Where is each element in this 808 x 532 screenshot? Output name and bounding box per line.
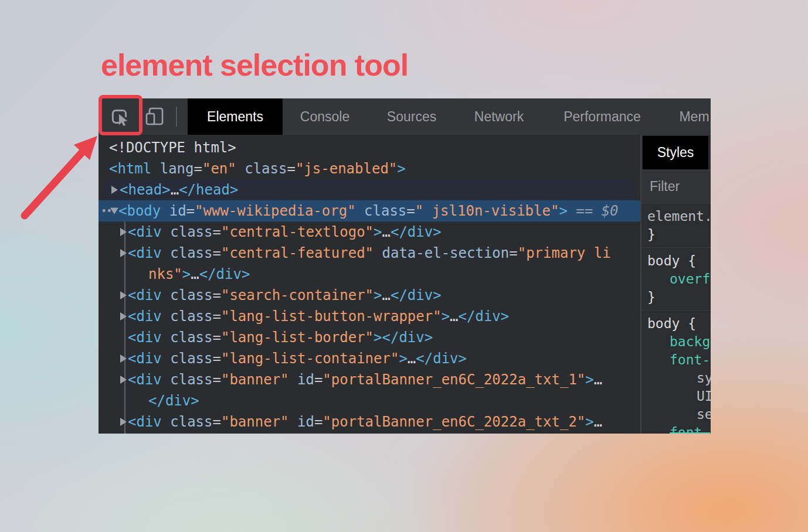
code-token: "banner" [221, 371, 289, 388]
code-token: "portalBanner_en6C_2022a_txt_2" [322, 414, 585, 430]
expand-arrow-right-icon[interactable] [120, 312, 127, 320]
tree-row[interactable]: <div class="banner" id="portalBanner_en6… [99, 411, 640, 432]
code-token: </div> [459, 308, 510, 325]
code-token [593, 203, 601, 219]
code-token [374, 245, 382, 261]
code-token: … [382, 224, 391, 240]
expand-arrow-right-icon[interactable] [120, 418, 127, 426]
tab-sources[interactable]: Sources [382, 98, 441, 135]
code-token [568, 203, 576, 219]
code-token: "js-enabled" [296, 161, 397, 177]
expand-arrow-down-icon[interactable] [110, 208, 118, 214]
expand-arrow-right-icon[interactable] [111, 186, 118, 194]
code-token: class [170, 371, 212, 388]
tree-row[interactable]: <div class="lang-list-border"></div> [99, 327, 640, 348]
code-token: = [314, 414, 322, 430]
code-token: <div [128, 371, 162, 388]
toolbar-separator [176, 107, 177, 127]
elements-tree: <!DOCTYPE html><html lang="en" class="js… [99, 135, 640, 434]
code-token: = [213, 245, 221, 261]
tab-styles[interactable]: Styles [643, 136, 708, 169]
code-token: "central-featured" [221, 245, 374, 261]
code-token [356, 203, 364, 219]
code-token: "lang-list-container" [221, 350, 399, 367]
code-token: </div> [148, 393, 199, 409]
code-token [162, 287, 170, 303]
tree-row[interactable]: <div class="search-container">…</div> [99, 285, 640, 306]
tree-row[interactable]: <div class="banner" id="portalBanner_en6… [99, 369, 640, 390]
styles-rules: element.}body {overf}body {backgfont-syU… [641, 203, 711, 434]
tree-row[interactable]: •••<body id="www-wikipedia-org" class=" … [99, 200, 640, 221]
css-rule-block: body {backgfont-syUIsefont- [641, 311, 711, 434]
code-token: … [450, 308, 458, 325]
code-token: = [186, 203, 195, 219]
devtools-content: <!DOCTYPE html><html lang="en" class="js… [99, 135, 711, 434]
code-token: class [364, 203, 406, 219]
code-token: … [408, 350, 416, 367]
tree-row[interactable]: <head>…</head> [104, 179, 633, 200]
expand-arrow-right-icon[interactable] [120, 376, 127, 384]
code-token: > [182, 266, 191, 282]
tree-row[interactable]: <!DOCTYPE html> [99, 137, 640, 158]
devtools-window: ElementsConsoleSourcesNetworkPerformance… [99, 98, 711, 434]
code-token: <body [118, 203, 161, 219]
code-token: class [170, 245, 212, 261]
code-token: "central-textlogo" [221, 224, 374, 240]
css-line: backg [641, 333, 711, 351]
tab-network[interactable]: Network [470, 98, 528, 135]
tab-mem[interactable]: Mem [676, 98, 711, 135]
css-line: body { [641, 252, 711, 270]
tab-performance[interactable]: Performance [561, 98, 643, 135]
device-toolbar-icon[interactable] [145, 106, 166, 127]
css-rule-block: element.} [641, 203, 711, 248]
code-token: "en" [202, 161, 236, 177]
code-token: = [213, 308, 221, 325]
code-token [289, 371, 297, 388]
tab-console[interactable]: Console [296, 98, 354, 135]
tree-row[interactable]: <html lang="en" class="js-enabled"> [99, 158, 640, 179]
code-token: <html [109, 161, 151, 177]
tree-row[interactable]: nks">…</div> [99, 264, 640, 285]
tree-row[interactable]: <div class="lang-list-button-wrapper">…<… [99, 306, 640, 327]
expand-arrow-right-icon[interactable] [120, 228, 127, 236]
tree-row[interactable]: <div class="central-textlogo">…</div> [99, 221, 640, 243]
code-token: = [213, 329, 221, 346]
styles-panel-tabs: Styles [641, 135, 711, 170]
css-line: overf [641, 270, 711, 288]
code-token: <div [128, 329, 162, 346]
devtools-toolbar: ElementsConsoleSourcesNetworkPerformance… [99, 98, 711, 135]
tree-row[interactable]: <div class="central-featured" data-el-se… [99, 243, 640, 264]
code-token: <div [128, 245, 162, 261]
code-token: > [397, 161, 405, 177]
code-token: = [213, 287, 221, 303]
code-token: > [374, 287, 382, 303]
expand-arrow-right-icon[interactable] [120, 249, 127, 257]
code-token: <div [128, 308, 162, 325]
code-token: = [287, 161, 295, 177]
tree-row[interactable]: <div class="lang-list-container">…</div> [99, 348, 640, 369]
code-token: class [170, 414, 212, 430]
expand-arrow-right-icon[interactable] [120, 354, 127, 363]
code-token: = [213, 414, 221, 430]
code-token: … [171, 182, 179, 198]
css-line: } [641, 288, 711, 306]
code-token: = [213, 224, 221, 240]
code-token: id [297, 371, 314, 388]
code-token [161, 203, 169, 219]
code-token: > [442, 308, 450, 325]
code-token: data-el-section [382, 245, 510, 261]
code-token: = [314, 371, 322, 388]
code-token [289, 414, 297, 430]
code-token [162, 414, 170, 430]
code-token: id [297, 414, 314, 430]
code-token [162, 350, 170, 367]
tab-elements[interactable]: Elements [188, 98, 283, 135]
styles-filter-input[interactable]: Filter [641, 170, 711, 203]
code-token: > [559, 203, 567, 219]
expand-arrow-right-icon[interactable] [120, 291, 127, 299]
code-token: </div> [391, 287, 442, 303]
code-token: "lang-list-button-wrapper" [221, 308, 442, 325]
code-token: "lang-list-border" [221, 329, 374, 346]
tree-row[interactable]: </div> [99, 390, 640, 411]
code-token [162, 224, 170, 240]
